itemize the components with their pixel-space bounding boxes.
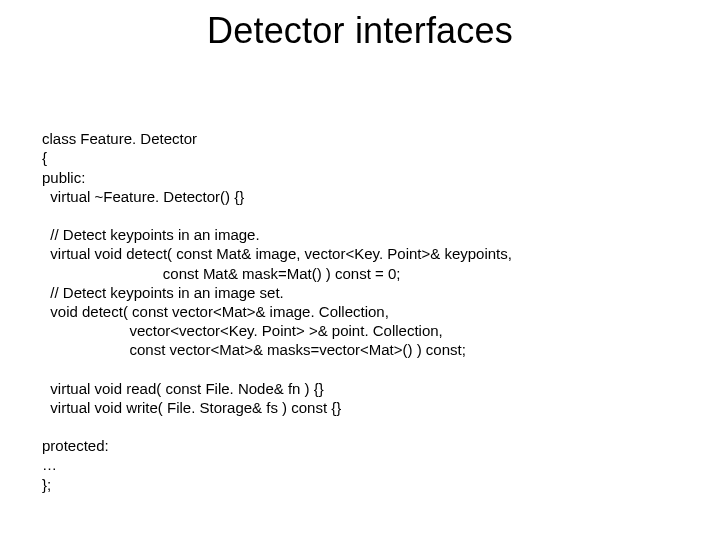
- code-line: virtual ~Feature. Detector() {}: [42, 188, 244, 205]
- code-line: class Feature. Detector: [42, 130, 197, 147]
- code-line: vector<vector<Key. Point> >& point. Coll…: [42, 322, 443, 339]
- code-line: // Detect keypoints in an image.: [42, 226, 260, 243]
- code-line: virtual void write( File. Storage& fs ) …: [42, 399, 341, 416]
- code-line: {: [42, 149, 47, 166]
- slide-title: Detector interfaces: [0, 0, 720, 52]
- code-line: const Mat& mask=Mat() ) const = 0;: [42, 265, 400, 282]
- code-line: };: [42, 476, 51, 493]
- code-line: protected:: [42, 437, 109, 454]
- code-line: void detect( const vector<Mat>& image. C…: [42, 303, 389, 320]
- code-block: class Feature. Detector { public: virtua…: [42, 110, 678, 494]
- code-line: virtual void detect( const Mat& image, v…: [42, 245, 512, 262]
- code-line: virtual void read( const File. Node& fn …: [42, 380, 324, 397]
- code-line: // Detect keypoints in an image set.: [42, 284, 284, 301]
- code-line: public:: [42, 169, 85, 186]
- code-line: const vector<Mat>& masks=vector<Mat>() )…: [42, 341, 466, 358]
- slide: Detector interfaces class Feature. Detec…: [0, 0, 720, 540]
- code-line: …: [42, 456, 57, 473]
